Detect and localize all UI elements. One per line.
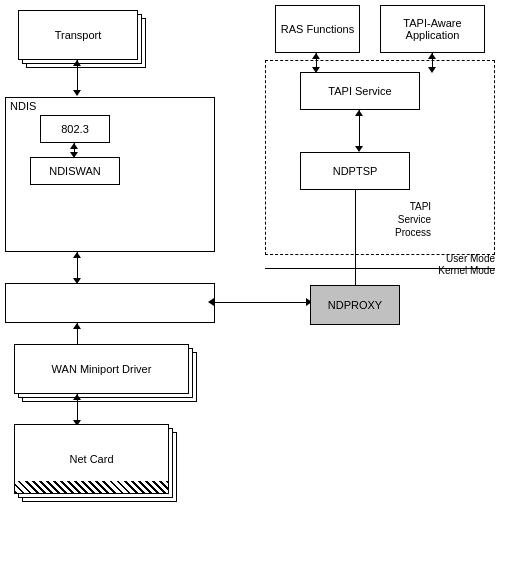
ndiswan-box: NDISWAN: [30, 157, 120, 185]
transport-ndis-arrow-up: [73, 60, 81, 66]
tapi-service-process-label: TAPIServiceProcess: [395, 200, 431, 239]
transport-box: Transport: [18, 10, 138, 60]
tapi-app-box: TAPI-Aware Application: [380, 5, 485, 53]
tapi-app-arrow-up: [428, 53, 436, 59]
connector-box: [5, 283, 215, 323]
ras-tapi-arrow-up: [312, 53, 320, 59]
wan-netcard-arrow-up: [73, 394, 81, 400]
dot8023-box: 802.3: [40, 115, 110, 143]
ndis-bottom-arrow-up: [73, 252, 81, 258]
wan-miniport-box: WAN Miniport Driver: [14, 344, 189, 394]
connector-ndproxy-line: [215, 302, 310, 303]
ras-tapi-arrow-down: [312, 67, 320, 73]
user-mode-label: User Mode: [446, 253, 495, 264]
net-card-hatch: [15, 481, 168, 493]
ras-functions-box: RAS Functions: [275, 5, 360, 53]
mode-divider-line: [265, 268, 495, 269]
tapi-ndptsp-line: [359, 110, 360, 150]
net-card-box: Net Card: [14, 424, 169, 494]
dot8023-ndiswan-arrow-up: [70, 143, 78, 149]
transport-ndis-arrow-down: [73, 90, 81, 96]
connector-wan-arrow-up: [73, 323, 81, 329]
tapi-ndptsp-arrow-up: [355, 110, 363, 116]
ndis-label: NDIS: [10, 100, 36, 112]
connector-ndproxy-arrow-left: [208, 298, 214, 306]
ndptsp-box: NDPTSP: [300, 152, 410, 190]
diagram-container: Transport NDIS 802.3 NDISWAN WAN Minipor…: [0, 0, 505, 577]
tapi-app-arrow-down: [428, 67, 436, 73]
kernel-mode-label: Kernel Mode: [438, 265, 495, 276]
tapi-service-box: TAPI Service: [300, 72, 420, 110]
ndproxy-box: NDPROXY: [310, 285, 400, 325]
ndptsp-ndproxy-line: [355, 190, 356, 290]
